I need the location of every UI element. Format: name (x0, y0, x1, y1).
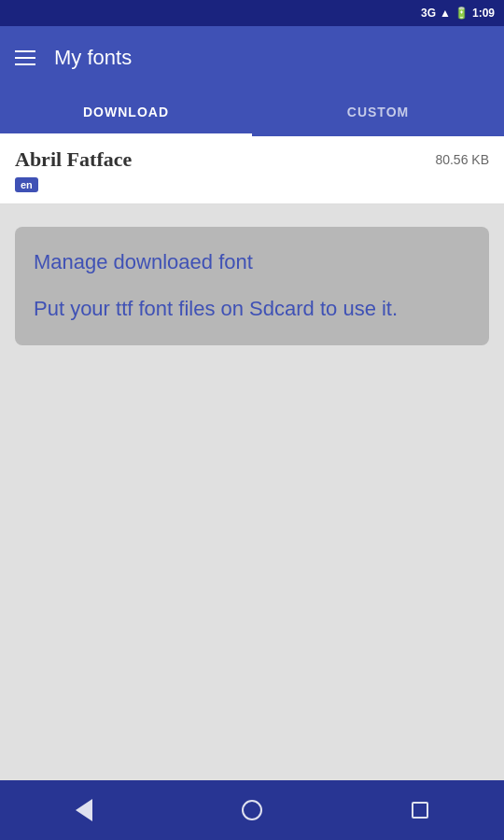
font-size: 80.56 KB (435, 152, 489, 167)
content-area: Manage downloaed font Put your ttf font … (0, 204, 504, 780)
info-sdcard-text: Put your ttf font files on Sdcard to use… (34, 295, 470, 324)
battery-icon: 🔋 (455, 7, 469, 20)
lang-badge: en (15, 177, 38, 192)
tab-download[interactable]: DOWNLOAD (0, 90, 252, 134)
recent-icon (412, 802, 428, 819)
network-indicator: 3G (421, 7, 436, 20)
tab-custom[interactable]: CUSTOM (252, 90, 504, 134)
font-item-header: Abril Fatface 80.56 KB (15, 147, 489, 172)
home-button[interactable] (230, 788, 274, 833)
bottom-nav (0, 780, 504, 840)
status-icons: 3G ▲ 🔋 1:09 (421, 7, 495, 20)
font-name: Abril Fatface (15, 147, 132, 172)
lang-badge-container: en (15, 175, 489, 192)
home-icon (242, 800, 262, 820)
recent-button[interactable] (398, 788, 442, 833)
app-bar: My fonts (0, 26, 504, 90)
info-box: Manage downloaed font Put your ttf font … (15, 227, 489, 345)
app-title: My fonts (54, 46, 132, 70)
back-button[interactable] (62, 788, 106, 833)
status-bar: 3G ▲ 🔋 1:09 (0, 0, 504, 26)
info-manage-text: Manage downloaed font (34, 249, 470, 276)
back-icon (76, 799, 92, 821)
hamburger-icon[interactable] (15, 50, 35, 65)
signal-icon: ▲ (440, 7, 451, 20)
font-list-item[interactable]: Abril Fatface 80.56 KB en (0, 136, 504, 204)
clock: 1:09 (472, 7, 495, 20)
tab-bar: DOWNLOAD CUSTOM (0, 90, 504, 136)
